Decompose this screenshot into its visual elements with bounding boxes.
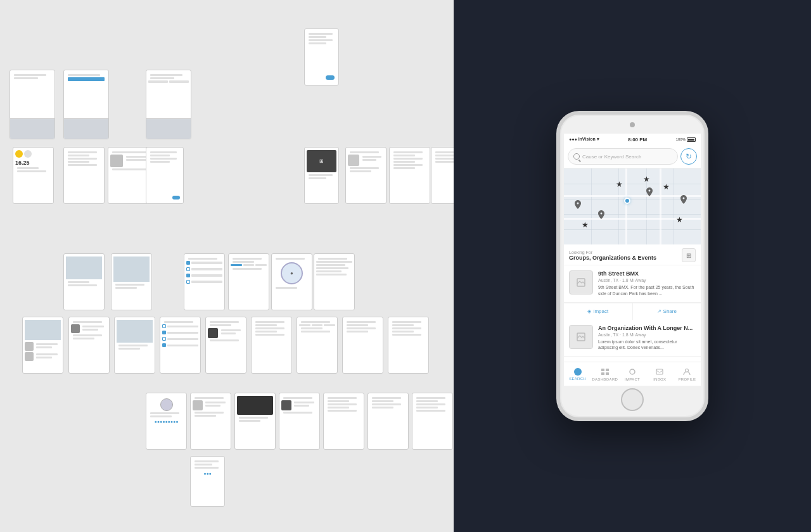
dashboard-nav-icon: [601, 367, 610, 376]
org-meta-2: Austin, TX · 1.8 Mi Away: [598, 332, 696, 337]
mini-screen-33[interactable]: [367, 393, 409, 450]
looking-for-text: Looking For Groups, Organizations & Even…: [569, 250, 656, 261]
mini-screen-17[interactable]: ●: [271, 253, 312, 310]
mini-screen-30[interactable]: [234, 393, 276, 450]
org-desc-1: 9th Street BMX. For the past 25 years, t…: [598, 284, 696, 297]
map-current-location: [624, 198, 630, 204]
nav-inbox-label: INBOX: [653, 377, 666, 381]
mini-screen-21[interactable]: [114, 317, 155, 374]
mini-screen-3[interactable]: [146, 70, 191, 139]
mini-screen-9[interactable]: ⊞: [304, 147, 339, 204]
mini-screen-31[interactable]: [279, 393, 320, 450]
status-bar: ●●● InVision ▾ 8:00 PM 100%: [564, 134, 701, 145]
map-star-3: ★: [663, 182, 670, 191]
right-panel: ●●● InVision ▾ 8:00 PM 100% Cause or Key…: [454, 0, 811, 532]
search-input-box[interactable]: Cause or Keyword Search: [568, 148, 678, 165]
mini-screen-12[interactable]: [431, 147, 454, 204]
bottom-nav: SEARCH DASHBOARD IMPACT: [564, 362, 701, 386]
refresh-button[interactable]: ↻: [680, 148, 697, 165]
svg-rect-7: [656, 369, 663, 374]
mini-screen-34[interactable]: [412, 393, 453, 450]
map-pin-4: [680, 195, 687, 206]
svg-rect-3: [606, 369, 609, 371]
org-info-1: 9th Street BMX Austin, TX · 1.8 Mi Away …: [598, 270, 696, 297]
svg-rect-2: [601, 369, 604, 371]
filter-icon[interactable]: ⊞: [682, 248, 696, 262]
org-actions-1: ◈ Impact ↗ Share: [564, 303, 701, 320]
refresh-icon: ↻: [686, 152, 692, 161]
org-meta-1: Austin, TX · 1.8 Mi Away: [598, 278, 696, 282]
map-pin-3: [646, 187, 653, 199]
mini-screen-20[interactable]: [68, 317, 110, 374]
phone-mockup: ●●● InVision ▾ 8:00 PM 100% Cause or Key…: [556, 111, 708, 421]
mini-screen-13[interactable]: [63, 253, 105, 310]
map-pin-1: [575, 200, 581, 212]
mini-screen-32[interactable]: [323, 393, 364, 450]
mini-screen-5[interactable]: 16.25: [13, 147, 54, 204]
mini-screen-15[interactable]: [184, 253, 225, 310]
mini-screen-23[interactable]: [205, 317, 246, 374]
map-star-4: ★: [676, 215, 683, 224]
mini-screen-28[interactable]: ●●●●●●●●●: [146, 393, 187, 450]
nav-dashboard[interactable]: DASHBOARD: [591, 362, 618, 386]
org-card-1[interactable]: 9th Street BMX Austin, TX · 1.8 Mi Away …: [564, 265, 701, 303]
mini-screen-25[interactable]: [297, 317, 338, 374]
inbox-nav-icon: [655, 367, 664, 376]
left-panel: 16.25: [0, 0, 454, 532]
looking-for-label: Looking For: [569, 250, 656, 255]
search-icon: [573, 153, 580, 160]
status-carrier: ●●● InVision ▾: [569, 137, 599, 142]
mini-screen-35[interactable]: ●●●: [190, 456, 225, 507]
search-nav-icon: [574, 368, 582, 376]
mini-screen-18[interactable]: [314, 253, 355, 310]
looking-for-row[interactable]: Looking For Groups, Organizations & Even…: [564, 244, 701, 265]
mini-screen-26[interactable]: [342, 317, 383, 374]
mini-screen-14[interactable]: [111, 253, 152, 310]
mini-screen-1[interactable]: [10, 70, 55, 139]
mini-screen-29[interactable]: [190, 393, 231, 450]
org-info-2: An Organization With A Longer N... Austi…: [598, 325, 696, 352]
nav-profile[interactable]: PROFILE: [674, 362, 701, 386]
status-battery: 100%: [676, 137, 696, 142]
nav-inbox[interactable]: INBOX: [646, 362, 674, 386]
svg-rect-5: [606, 372, 609, 375]
mini-screen-19[interactable]: [22, 317, 63, 374]
mini-screen-27[interactable]: [388, 317, 429, 374]
home-button[interactable]: [621, 388, 644, 411]
mini-screen-6[interactable]: [63, 147, 105, 204]
share-icon-1: ↗: [657, 308, 661, 314]
nav-search[interactable]: SEARCH: [564, 362, 591, 386]
search-bar-row: Cause or Keyword Search ↻: [564, 145, 701, 168]
mini-screen-16[interactable]: [228, 253, 269, 310]
mini-screen-8[interactable]: [146, 147, 184, 204]
org-card-2[interactable]: An Organization With A Longer N... Austi…: [564, 320, 701, 357]
org-desc-2: Lorem ipsum dolor sit amet, consectetur …: [598, 339, 696, 352]
mini-screen-22[interactable]: [160, 317, 201, 374]
mini-screen-11[interactable]: [389, 147, 430, 204]
map-star-1: ★: [616, 180, 623, 189]
map-pin-2: [598, 210, 604, 222]
svg-rect-4: [601, 372, 604, 375]
status-time: 8:00 PM: [628, 137, 647, 142]
mini-screen-4[interactable]: [304, 28, 339, 86]
map-star-5: ★: [582, 220, 589, 229]
search-placeholder: Cause or Keyword Search: [582, 154, 641, 160]
nav-search-label: SEARCH: [569, 377, 586, 381]
nav-dashboard-label: DASHBOARD: [592, 377, 618, 381]
nav-impact-label: IMPACT: [625, 377, 640, 381]
map-area[interactable]: ★ ★ ★ ★ ★: [564, 168, 701, 244]
impact-button-1[interactable]: ◈ Impact: [564, 303, 632, 320]
results-list[interactable]: 9th Street BMX Austin, TX · 1.8 Mi Away …: [564, 265, 701, 360]
mini-screen-2[interactable]: [63, 70, 109, 139]
mini-screen-24[interactable]: [251, 317, 292, 374]
org-thumbnail-1: [569, 270, 593, 294]
svg-point-6: [630, 369, 635, 374]
nav-profile-label: PROFILE: [679, 377, 696, 381]
profile-nav-icon: [682, 367, 691, 376]
share-button-1[interactable]: ↗ Share: [632, 303, 701, 320]
impact-icon-1: ◈: [587, 308, 591, 314]
mini-screen-10[interactable]: [345, 147, 386, 204]
org-thumbnail-2: [569, 325, 593, 349]
impact-nav-icon: [628, 367, 637, 376]
nav-impact[interactable]: IMPACT: [618, 362, 646, 386]
